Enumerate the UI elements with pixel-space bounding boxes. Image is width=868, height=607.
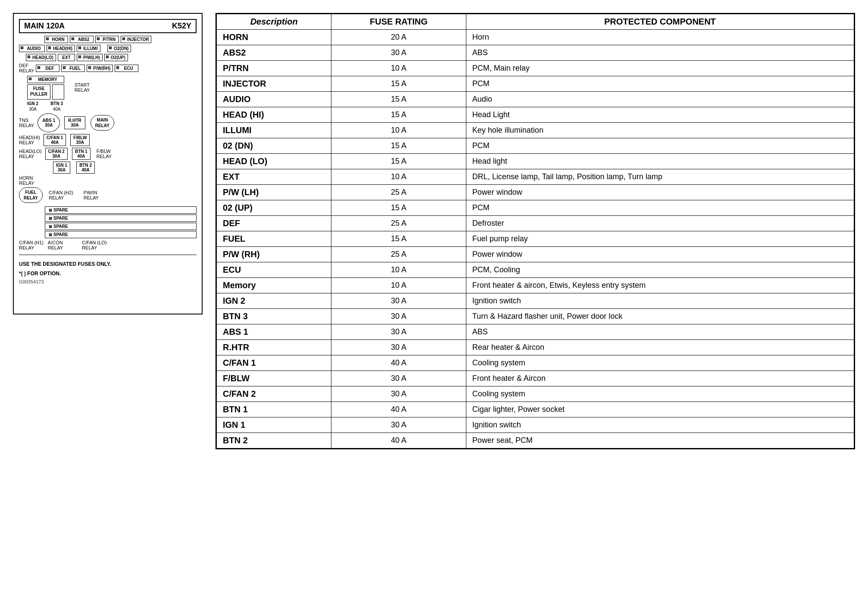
spare-4: SPARE [45,231,197,238]
table-header-row: Description FUSE RATING PROTECTED COMPON… [217,14,854,30]
table-row: FUEL15 AFuel pump relay [217,231,854,247]
ign2-rating: 30A [29,107,37,112]
table-cell-15-0: ECU [217,262,331,278]
fuse-headhi: HEAD(HI) [47,45,75,52]
table-cell-16-0: Memory [217,278,331,293]
table-cell-12-1: 25 A [331,216,466,231]
table-cell-5-2: Head Light [466,107,854,123]
table-cell-12-0: DEF [217,216,331,231]
table-cell-3-0: INJECTOR [217,76,331,92]
table-cell-9-1: 10 A [331,169,466,185]
table-cell-18-2: Turn & Hazard flasher unit, Power door l… [466,309,854,324]
table-cell-14-0: P/W (RH) [217,247,331,262]
relay-horn: HORNRELAY [19,175,34,186]
table-cell-10-0: P/W (LH) [217,185,331,200]
fuse-box-panel: MAIN 120A K52Y HORN ABS2 P/TRN INJECTOR … [13,13,203,314]
table-cell-15-1: 10 A [331,262,466,278]
table-cell-11-1: 15 A [331,200,466,216]
table-cell-20-1: 30 A [331,340,466,355]
code-label: K52Y [172,22,191,31]
fuse-o2dn: O2(DN) [107,45,131,52]
table-cell-25-0: IGN 1 [217,417,331,433]
btn3-label: BTN 3 [50,101,63,106]
fuse-table: Description FUSE RATING PROTECTED COMPON… [216,14,854,448]
fuse-abs1: ABS 130A [37,113,60,132]
table-cell-9-2: DRL, License lamp, Tail lamp, Position l… [466,169,854,185]
table-row: ILLUMI10 AKey hole illumination [217,123,854,138]
table-cell-22-1: 30 A [331,371,466,386]
fuse-ext: EXT [58,54,75,61]
table-row: 02 (UP)15 APCM [217,200,854,216]
fuse-rhtr: R.HTR30A [64,116,85,129]
footer-section: USE THE DESIGNATED FUSES ONLY. *( ) FOR … [19,255,197,277]
table-cell-7-2: PCM [466,138,854,154]
table-cell-11-2: PCM [466,200,854,216]
table-cell-2-2: PCM, Main relay [466,61,854,76]
table-row: BTN 240 APower seat, PCM [217,433,854,448]
fuse-illumi: ILLUMI [77,45,100,52]
table-cell-17-1: 30 A [331,293,466,309]
fuse-ptrn: P/TRN [95,36,119,43]
table-cell-0-1: 20 A [331,30,466,45]
table-cell-3-2: PCM [466,76,854,92]
relay-cfanh2: C/FAN (H2)RELAY [49,190,73,200]
footer-note-1: USE THE DESIGNATED FUSES ONLY. [19,261,197,267]
table-row: EXT10 ADRL, License lamp, Tail lamp, Pos… [217,169,854,185]
table-cell-14-1: 25 A [331,247,466,262]
table-row: Memory10 AFront heater & aircon, Etwis, … [217,278,854,293]
footer-note-2: *( ) FOR OPTION. [19,271,197,277]
table-cell-19-1: 30 A [331,324,466,340]
table-cell-7-0: 02 (DN) [217,138,331,154]
table-cell-13-1: 15 A [331,231,466,247]
table-cell-1-2: ABS [466,45,854,61]
relay-headlo: HEAD(LO)RELAY [19,149,42,159]
table-row: HEAD (LO)15 AHead light [217,154,854,169]
table-cell-24-1: 40 A [331,402,466,417]
relay-start: STARTRELAY [75,82,90,93]
fuse-fuel: FUEL [61,65,85,72]
table-cell-10-1: 25 A [331,185,466,200]
fuse-row-9: HEAD(LO)RELAY C/FAN 230A BTN 140A F/BLWR… [19,148,197,160]
fuse-btn1: BTN 140A [72,148,91,160]
table-cell-8-1: 15 A [331,154,466,169]
spare-1: SPARE [45,206,197,214]
table-row: P/TRN10 APCM, Main relay [217,61,854,76]
table-cell-2-1: 10 A [331,61,466,76]
table-cell-12-2: Defroster [466,216,854,231]
col-protected-component: PROTECTED COMPONENT [466,14,854,30]
relay-headhi: HEAD(HI)RELAY [19,135,40,145]
fuse-fblw: F/BLW30A [70,134,90,146]
table-row: HORN20 AHorn [217,30,854,45]
table-row: IGN 130 AIgnition switch [217,417,854,433]
fuse-diagram: MAIN 120A K52Y HORN ABS2 P/TRN INJECTOR … [19,19,197,277]
table-cell-26-0: BTN 2 [217,433,331,448]
fuse-abs2: ABS2 [70,36,94,43]
table-cell-24-0: BTN 1 [217,402,331,417]
table-cell-23-0: C/FAN 2 [217,386,331,402]
table-cell-23-2: Cooling system [466,386,854,402]
table-cell-25-1: 30 A [331,417,466,433]
table-cell-13-2: Fuel pump relay [466,231,854,247]
table-cell-8-0: HEAD (LO) [217,154,331,169]
table-cell-6-0: ILLUMI [217,123,331,138]
relay-fblw: F/BLWRELAY [97,149,112,159]
table-cell-4-1: 15 A [331,92,466,107]
table-cell-9-0: EXT [217,169,331,185]
table-row: INJECTOR15 APCM [217,76,854,92]
relay-cfanh1: C/FAN (H1)RELAY [19,240,44,250]
table-cell-3-1: 15 A [331,76,466,92]
table-cell-26-2: Power seat, PCM [466,433,854,448]
fuse-btn2: BTN 240A [76,162,95,174]
fuse-row-3: HEAD(LO) EXT P/W(LH) O2(UP) [19,54,197,61]
fuse-headlo: HEAD(LO) [26,54,56,61]
table-cell-16-1: 10 A [331,278,466,293]
spare-3: SPARE [45,223,197,230]
table-row: C/FAN 230 ACooling system [217,386,854,402]
table-row: R.HTR30 ARear heater & Aircon [217,340,854,355]
fuse-table-panel: Description FUSE RATING PROTECTED COMPON… [215,13,855,449]
table-cell-21-1: 40 A [331,355,466,371]
table-cell-22-2: Front heater & Aircon [466,371,854,386]
table-cell-20-0: R.HTR [217,340,331,355]
table-row: ECU10 APCM, Cooling [217,262,854,278]
fuse-ecu: ECU [115,65,138,72]
